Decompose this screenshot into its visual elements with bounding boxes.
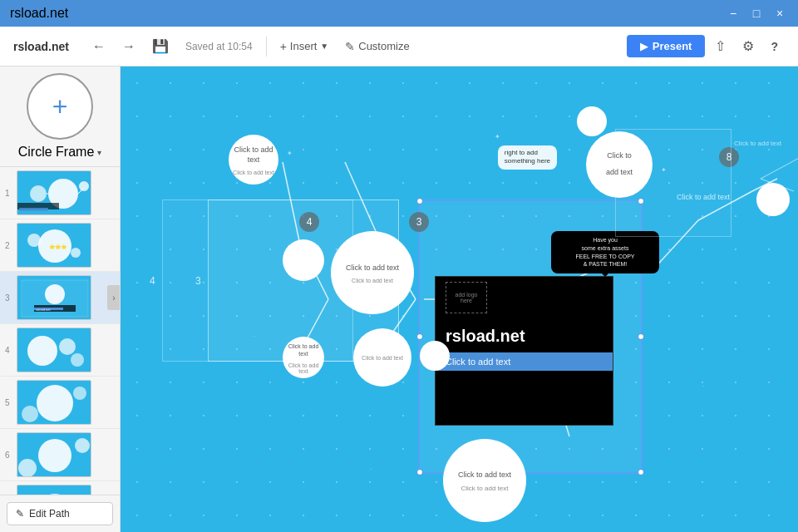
- help-button[interactable]: ?: [764, 35, 785, 58]
- sparkle-2: ✦: [495, 133, 500, 140]
- svg-point-25: [38, 494, 71, 495]
- slide-thumb-7: [17, 485, 91, 495]
- forward-icon: →: [122, 39, 135, 54]
- svg-point-8: [27, 234, 41, 247]
- present-button[interactable]: ▶ Present: [627, 35, 706, 57]
- sidebar: + Circle Frame ▾ 1: [0, 66, 121, 532]
- svg-point-18: [71, 353, 84, 367]
- node-bottom-center-subtext: Click to add text: [460, 483, 510, 494]
- node-right-big-text2: add text: [603, 165, 636, 181]
- rsload-card-title[interactable]: rsload.net: [436, 318, 613, 352]
- share-button[interactable]: ⇧: [708, 32, 732, 60]
- app-name-label: rsload.net: [13, 40, 69, 53]
- frame-dropdown-button[interactable]: ▾: [97, 148, 101, 157]
- add-frame-icon: +: [52, 91, 68, 122]
- node-frame-small[interactable]: [420, 341, 450, 371]
- sparkle-1: ✦: [287, 150, 293, 157]
- slide-item-5[interactable]: 5: [0, 377, 120, 429]
- edit-path-button[interactable]: ✎ Edit Path: [7, 502, 113, 525]
- svg-point-16: [27, 336, 57, 366]
- slide-thumb-2: ⭐⭐⭐: [17, 223, 91, 268]
- resize-handle-ml[interactable]: [416, 333, 423, 340]
- separator-1: [266, 37, 267, 57]
- slide-num-6: 6: [5, 451, 17, 460]
- speech-bubble: Have you some extra assets FEEL FREE TO …: [551, 231, 659, 273]
- save-icon: 💾: [152, 38, 169, 54]
- svg-point-4: [79, 181, 89, 191]
- node-frame3-bottom-text: Click to add text: [360, 353, 405, 362]
- speech-line3: FEEL FREE TO COPY: [575, 254, 634, 259]
- right-speech-text: right to addsomething here: [505, 149, 550, 165]
- frame-label: Circle Frame: [18, 145, 95, 160]
- frame-4-num: 4: [150, 275, 155, 287]
- window-controls: − □ ×: [725, 5, 788, 22]
- edit-path-section: ✎ Edit Path: [0, 495, 120, 532]
- node-right-big-circle[interactable]: Click to add text: [586, 131, 653, 198]
- settings-button[interactable]: ⚙: [736, 33, 761, 59]
- svg-line-40: [761, 150, 798, 179]
- node-bottom-left-subtext: Click to add text: [283, 361, 324, 376]
- insert-dropdown-icon: ▼: [320, 42, 328, 51]
- svg-point-20: [22, 406, 38, 422]
- rsload-title-text: rsload.net: [446, 327, 525, 346]
- slide-thumb-4: [17, 328, 91, 372]
- rsload-subtitle-text: Click to add text: [446, 357, 510, 367]
- svg-point-19: [37, 385, 73, 421]
- back-button[interactable]: ←: [86, 34, 112, 59]
- close-button[interactable]: ×: [771, 5, 788, 22]
- slide-thumb-6: [17, 432, 91, 477]
- svg-point-9: [71, 248, 81, 258]
- add-frame-button[interactable]: +: [27, 73, 93, 140]
- node-bottom-center-text: Click to add text: [455, 467, 515, 484]
- resize-handle-br[interactable]: [638, 469, 644, 475]
- edit-path-icon: ✎: [16, 508, 24, 520]
- customize-icon: ✎: [345, 40, 355, 53]
- edit-path-label: Edit Path: [29, 508, 70, 520]
- slide-item-6[interactable]: 6: [0, 429, 120, 481]
- forward-button[interactable]: →: [116, 34, 142, 59]
- node-mid-circle[interactable]: [283, 239, 324, 281]
- slide-item-1[interactable]: 1: [0, 167, 120, 219]
- share-icon: ⇧: [715, 39, 726, 53]
- node-frame3-bottom[interactable]: Click to add text: [353, 328, 411, 387]
- slide-item-4[interactable]: 4: [0, 324, 120, 377]
- node-bottom-center[interactable]: Click to add text Click to add text: [443, 439, 526, 522]
- resize-handle-tl[interactable]: [416, 198, 423, 204]
- svg-point-1: [30, 185, 47, 202]
- resize-handle-mr[interactable]: [638, 333, 644, 340]
- app-title: rsload.net: [10, 6, 68, 21]
- svg-point-22: [38, 439, 71, 472]
- minimize-button[interactable]: −: [725, 5, 741, 22]
- back-icon: ←: [92, 39, 106, 54]
- badge-4: 4: [299, 212, 319, 232]
- node-center-text: Click to add text: [342, 260, 402, 277]
- insert-button[interactable]: + Insert ▼: [273, 35, 336, 58]
- top-right-label-text: Click to add text: [734, 140, 781, 147]
- present-play-icon: ▶: [640, 41, 648, 52]
- sidebar-collapse-handle[interactable]: ›: [107, 285, 120, 310]
- node-small-top-right[interactable]: [577, 106, 607, 136]
- logo-line2: here: [461, 298, 472, 303]
- resize-handle-bl[interactable]: [416, 469, 423, 475]
- rsload-card-subtitle[interactable]: Click to add text: [436, 352, 613, 371]
- slide-num-4: 4: [5, 346, 17, 355]
- insert-icon: +: [280, 40, 287, 53]
- slide-item-7[interactable]: 7: [0, 481, 120, 495]
- slide-item-3[interactable]: 3 rsload.net ›: [0, 272, 120, 324]
- maximize-button[interactable]: □: [748, 5, 765, 22]
- slide-item-2[interactable]: 2 ⭐⭐⭐: [0, 219, 120, 272]
- node-far-right[interactable]: [756, 183, 790, 216]
- save-button[interactable]: 💾: [145, 33, 175, 59]
- canvas[interactable]: ✦ ✦ ✦ · · · 4 3 4 3 8 Click to add t: [121, 66, 798, 532]
- sparkle-5: ·: [702, 382, 704, 390]
- rsload-card[interactable]: add logo here rsload.net Click to add te…: [435, 276, 613, 426]
- svg-text:rsload.net: rsload.net: [36, 308, 51, 312]
- node-top-left-circle[interactable]: Click to add text Click to add text: [229, 135, 278, 185]
- customize-button[interactable]: ✎ Customize: [338, 35, 416, 58]
- node-center-circle[interactable]: Click to add text Click to add text: [331, 231, 414, 314]
- node-bottom-left-circle[interactable]: Click to add text Click to add text: [283, 337, 324, 378]
- settings-icon: ⚙: [742, 38, 754, 54]
- badge-3: 3: [409, 212, 429, 232]
- svg-point-23: [18, 459, 37, 477]
- frame-selector: + Circle Frame ▾: [0, 66, 120, 167]
